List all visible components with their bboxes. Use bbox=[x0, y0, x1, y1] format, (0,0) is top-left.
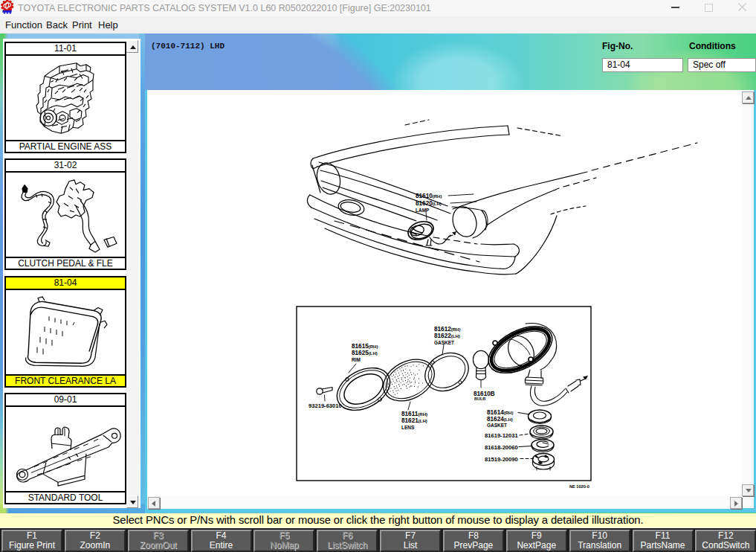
svg-text:81611(RH): 81611(RH) bbox=[401, 411, 427, 417]
svg-text:81625(LH): 81625(LH) bbox=[352, 350, 378, 356]
svg-text:81614(RH): 81614(RH) bbox=[487, 409, 513, 416]
svg-text:LAMP: LAMP bbox=[416, 208, 430, 213]
svg-text:RIM: RIM bbox=[352, 357, 361, 362]
svg-text:81612(RH): 81612(RH) bbox=[434, 326, 460, 333]
svg-text:81619-12031: 81619-12031 bbox=[485, 432, 519, 439]
svg-text:81615(RH): 81615(RH) bbox=[352, 343, 378, 350]
svg-text:GASKET: GASKET bbox=[487, 423, 507, 428]
svg-text:NE 1020-0: NE 1020-0 bbox=[569, 484, 589, 489]
svg-text:81610(RH): 81610(RH) bbox=[416, 193, 442, 199]
svg-text:93219-63010: 93219-63010 bbox=[308, 402, 342, 409]
svg-text:81624(LH): 81624(LH) bbox=[487, 416, 513, 423]
svg-text:81622(LH): 81622(LH) bbox=[434, 333, 460, 339]
svg-text:81620(LH): 81620(LH) bbox=[416, 200, 442, 207]
svg-text:LENS: LENS bbox=[401, 425, 415, 430]
svg-text:BULB: BULB bbox=[474, 397, 485, 401]
svg-text:81618-20060: 81618-20060 bbox=[485, 444, 518, 451]
svg-text:GASKET: GASKET bbox=[434, 340, 454, 345]
svg-text:81621(LH): 81621(LH) bbox=[401, 417, 427, 424]
svg-text:81519-20090: 81519-20090 bbox=[485, 456, 518, 463]
